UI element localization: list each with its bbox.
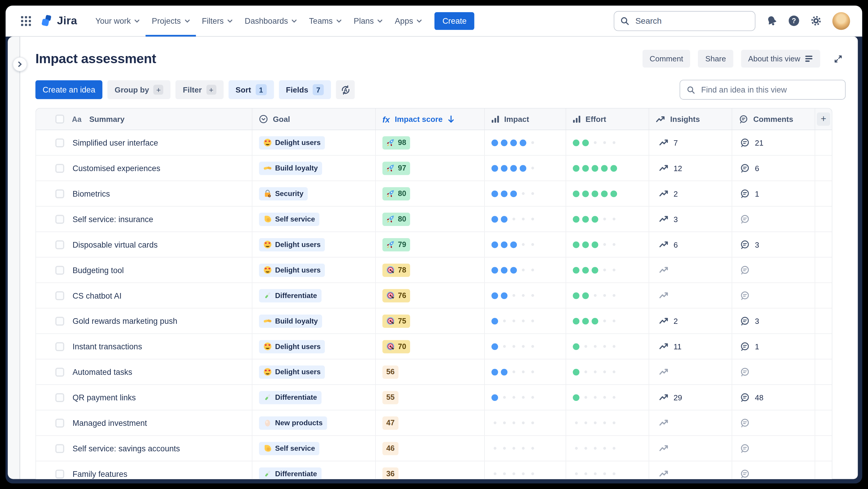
row-checkbox[interactable] bbox=[55, 393, 64, 402]
impact-rating[interactable] bbox=[491, 369, 535, 375]
nav-item-plans[interactable]: Plans bbox=[348, 6, 389, 36]
summary-cell[interactable]: Self service: insurance bbox=[36, 207, 252, 232]
impact-cell[interactable] bbox=[484, 207, 566, 232]
search-input[interactable] bbox=[634, 16, 749, 26]
effort-rating[interactable] bbox=[573, 394, 617, 401]
impact-rating[interactable] bbox=[491, 394, 535, 401]
goal-cell[interactable]: Self service bbox=[252, 207, 375, 232]
summary-cell[interactable]: Instant transactions bbox=[36, 334, 252, 359]
impact-cell[interactable] bbox=[484, 436, 566, 461]
comment-button[interactable]: Comment bbox=[643, 50, 690, 67]
impact-score-cell[interactable]: 78 bbox=[375, 257, 484, 282]
summary-cell[interactable]: Managed investment bbox=[36, 410, 252, 435]
effort-rating[interactable] bbox=[573, 420, 617, 426]
select-all-checkbox[interactable] bbox=[55, 115, 64, 124]
comments-cell[interactable] bbox=[732, 283, 815, 308]
impact-score-cell[interactable]: 56 bbox=[375, 359, 484, 384]
goal-cell[interactable]: New products bbox=[252, 410, 375, 435]
jira-logo[interactable]: Jira bbox=[40, 14, 77, 28]
insights-cell[interactable] bbox=[649, 283, 732, 308]
column-header-comments[interactable]: Comments bbox=[732, 109, 815, 130]
summary-cell[interactable]: Customised experiences bbox=[36, 156, 252, 181]
effort-rating[interactable] bbox=[573, 470, 617, 477]
comments-cell[interactable] bbox=[732, 461, 815, 479]
table-row[interactable]: Automated tasksDelight users56 bbox=[36, 359, 832, 384]
comments-cell[interactable] bbox=[732, 410, 815, 435]
table-row[interactable]: Family featuresDifferentiate36 bbox=[36, 461, 832, 479]
comments-cell[interactable]: 1 bbox=[732, 334, 815, 359]
impact-score-cell[interactable]: 36 bbox=[375, 461, 484, 479]
table-row[interactable]: Managed investmentNew products47 bbox=[36, 410, 832, 435]
impact-score-cell[interactable]: 46 bbox=[375, 436, 484, 461]
effort-cell[interactable] bbox=[566, 207, 649, 232]
comments-cell[interactable] bbox=[732, 436, 815, 461]
sidebar-expand-button[interactable] bbox=[13, 57, 27, 71]
impact-rating[interactable] bbox=[491, 190, 535, 197]
comments-cell[interactable]: 3 bbox=[732, 308, 815, 333]
comments-cell[interactable]: 48 bbox=[732, 385, 815, 410]
fullscreen-expand-icon[interactable] bbox=[830, 51, 845, 66]
table-row[interactable]: Disposable virtual cardsDelight users796… bbox=[36, 232, 832, 257]
impact-rating[interactable] bbox=[491, 343, 535, 350]
impact-cell[interactable] bbox=[484, 410, 566, 435]
summary-cell[interactable]: Biometrics bbox=[36, 181, 252, 206]
summary-cell[interactable]: Disposable virtual cards bbox=[36, 232, 252, 257]
column-header-impact-score[interactable]: fx Impact score bbox=[375, 109, 484, 130]
find-idea-search[interactable] bbox=[680, 80, 845, 99]
impact-score-cell[interactable]: 47 bbox=[375, 410, 484, 435]
row-checkbox[interactable] bbox=[55, 469, 64, 478]
goal-cell[interactable]: Build loyalty bbox=[252, 156, 375, 181]
goal-cell[interactable]: Differentiate bbox=[252, 461, 375, 479]
row-checkbox[interactable] bbox=[55, 342, 64, 351]
goal-cell[interactable]: Delight users bbox=[252, 359, 375, 384]
table-row[interactable]: QR payment linksDifferentiate552948 bbox=[36, 384, 832, 410]
summary-cell[interactable]: Gold rewards marketing push bbox=[36, 308, 252, 333]
impact-rating[interactable] bbox=[491, 470, 535, 477]
column-header-summary[interactable]: Aa Summary bbox=[36, 109, 252, 130]
row-checkbox[interactable] bbox=[55, 240, 64, 249]
impact-cell[interactable] bbox=[484, 181, 566, 206]
row-checkbox[interactable] bbox=[55, 444, 64, 453]
impact-score-cell[interactable]: 79 bbox=[375, 232, 484, 257]
table-row[interactable]: Instant transactionsDelight users70111 bbox=[36, 333, 832, 359]
goal-cell[interactable]: Build loyalty bbox=[252, 308, 375, 333]
table-row[interactable]: Self service: insuranceSelf service803 bbox=[36, 206, 832, 232]
row-checkbox[interactable] bbox=[55, 419, 64, 427]
impact-score-cell[interactable]: 80 bbox=[375, 181, 484, 206]
comments-cell[interactable]: 3 bbox=[732, 232, 815, 257]
group-by-button[interactable]: Group by + bbox=[107, 80, 171, 99]
auto-format-button[interactable]: A bbox=[336, 80, 355, 99]
impact-rating[interactable] bbox=[491, 318, 535, 324]
impact-score-cell[interactable]: 75 bbox=[375, 308, 484, 333]
effort-cell[interactable] bbox=[566, 410, 649, 435]
column-header-impact[interactable]: Impact bbox=[484, 109, 566, 130]
fields-button[interactable]: Fields 7 bbox=[279, 80, 331, 99]
impact-score-cell[interactable]: 80 bbox=[375, 207, 484, 232]
effort-cell[interactable] bbox=[566, 359, 649, 384]
goal-cell[interactable]: Delight users bbox=[252, 232, 375, 257]
effort-cell[interactable] bbox=[566, 385, 649, 410]
comments-cell[interactable] bbox=[732, 257, 815, 282]
column-header-goal[interactable]: Goal bbox=[252, 109, 375, 130]
help-icon[interactable]: ? bbox=[788, 15, 800, 26]
impact-rating[interactable] bbox=[491, 165, 535, 171]
summary-cell[interactable]: Self service: savings accounts bbox=[36, 436, 252, 461]
impact-score-cell[interactable]: 98 bbox=[375, 130, 484, 155]
effort-rating[interactable] bbox=[573, 292, 617, 298]
goal-cell[interactable]: Delight users bbox=[252, 130, 375, 155]
summary-cell[interactable]: Family features bbox=[36, 461, 252, 479]
effort-rating[interactable] bbox=[573, 267, 617, 273]
create-button[interactable]: Create bbox=[435, 12, 474, 30]
table-row[interactable]: BiometricsSecurity8021 bbox=[36, 181, 832, 206]
impact-rating[interactable] bbox=[491, 445, 535, 452]
impact-cell[interactable] bbox=[484, 156, 566, 181]
column-header-effort[interactable]: Effort bbox=[566, 109, 649, 130]
user-avatar[interactable] bbox=[832, 12, 850, 30]
effort-rating[interactable] bbox=[573, 445, 617, 452]
filter-button[interactable]: Filter + bbox=[176, 80, 223, 99]
insights-cell[interactable]: 2 bbox=[649, 181, 732, 206]
comments-cell[interactable]: 6 bbox=[732, 156, 815, 181]
summary-cell[interactable]: QR payment links bbox=[36, 385, 252, 410]
table-row[interactable]: Gold rewards marketing pushBuild loyalty… bbox=[36, 308, 832, 333]
add-column-button[interactable]: + bbox=[815, 109, 832, 130]
